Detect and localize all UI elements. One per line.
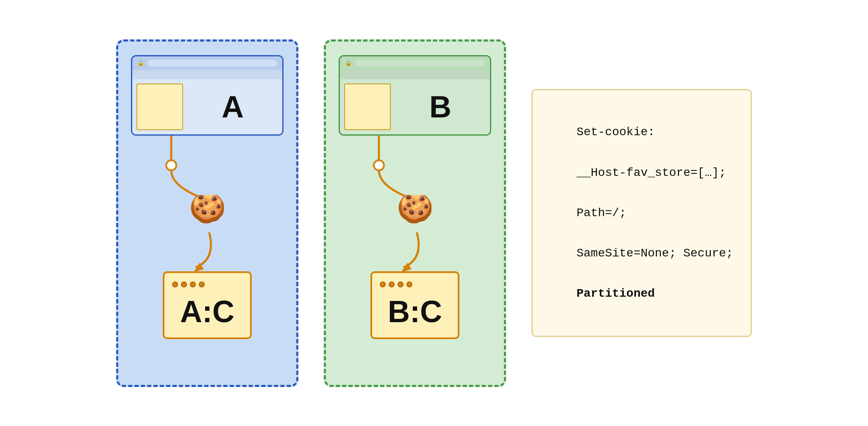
right-dot-1 — [380, 281, 386, 287]
right-dot-4 — [406, 281, 412, 287]
right-browser-window: 🔒 B — [339, 55, 491, 136]
code-line3: Path=/; — [576, 206, 626, 220]
right-cookie-emoji: 🍪 — [394, 195, 436, 225]
right-url-bar — [355, 60, 485, 67]
main-container: 🔒 A 🍪 — [99, 22, 769, 404]
right-partition: 🔒 B 🍪 — [324, 39, 506, 387]
left-lock-icon: 🔒 — [137, 60, 144, 67]
left-site-label: A — [187, 84, 278, 130]
right-browser-titlebar: 🔒 — [340, 56, 490, 70]
left-flow: 🍪 A:C — [131, 136, 284, 339]
left-dot-4 — [199, 281, 205, 287]
right-storage-label: B:C — [388, 294, 442, 329]
left-storage-label: A:C — [180, 294, 234, 329]
right-storage-dots — [380, 281, 412, 287]
right-browser-toolbar — [340, 70, 490, 79]
right-flow: 🍪 B:C — [339, 136, 491, 339]
right-dot-3 — [398, 281, 403, 287]
left-cookie-emoji: 🍪 — [186, 195, 228, 225]
svg-point-4 — [374, 160, 384, 170]
right-site-label: B — [395, 84, 486, 130]
right-browser-content: B — [340, 79, 490, 134]
left-browser-toolbar — [132, 70, 282, 79]
code-line5: Partitioned — [576, 287, 655, 300]
left-content-iframe — [136, 84, 183, 130]
left-partition: 🔒 A 🍪 — [116, 39, 298, 387]
right-lock-icon: 🔒 — [345, 60, 352, 67]
code-line2: __Host-fav_store=[…]; — [576, 166, 726, 179]
svg-point-1 — [166, 160, 176, 170]
code-line4: SameSite=None; Secure; — [576, 247, 733, 260]
left-storage-box: A:C — [163, 271, 252, 339]
left-url-bar — [147, 60, 277, 67]
right-content-iframe — [344, 84, 391, 130]
left-browser-window: 🔒 A — [131, 55, 284, 136]
left-storage-dots — [172, 281, 205, 287]
left-dot-1 — [172, 281, 178, 287]
right-storage-box: B:C — [370, 271, 459, 339]
left-browser-titlebar: 🔒 — [132, 56, 282, 70]
code-line1: Set-cookie: — [576, 125, 655, 139]
left-dot-3 — [190, 281, 196, 287]
left-dot-2 — [181, 281, 187, 287]
left-browser-content: A — [132, 79, 282, 134]
code-box: Set-cookie: __Host-fav_store=[…]; Path=/… — [531, 89, 752, 337]
right-dot-2 — [389, 281, 395, 287]
